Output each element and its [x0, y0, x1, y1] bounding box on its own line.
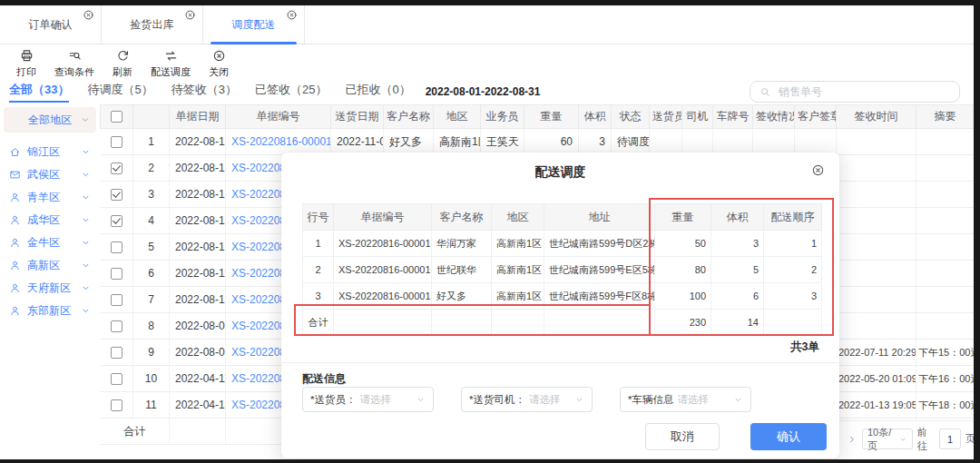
print-button[interactable]: 打印 — [16, 44, 36, 79]
vehicle-select[interactable]: *车辆信息请选择 — [620, 387, 751, 412]
cell: 80 — [655, 257, 711, 283]
filter-tab-rejected[interactable]: 已拒收（0） — [345, 82, 410, 103]
page-number-input[interactable] — [939, 429, 961, 449]
chevron-down-icon[interactable] — [81, 170, 91, 180]
tab-dispatch-delivery[interactable]: 调度配送 — [203, 5, 305, 44]
delivery-info-label: 配送信息 — [302, 371, 346, 387]
cell: 高新南1区 — [492, 283, 544, 310]
close-button[interactable]: 关闭 — [209, 44, 229, 79]
cell-checkbox — [101, 208, 133, 234]
query-conditions-button[interactable]: 查询条件 — [54, 44, 94, 79]
cell-row-number: 5 — [133, 234, 170, 261]
confirm-button[interactable]: 确认 — [750, 423, 827, 450]
chevron-down-icon[interactable] — [81, 238, 91, 248]
sidebar-item-tianfu-new[interactable]: 天府新区 — [0, 277, 100, 300]
column-header: 地区 — [434, 105, 481, 129]
sidebar-header-all-regions[interactable]: 全部地区 — [4, 107, 96, 133]
column-header: 送货员 — [650, 105, 682, 129]
toolbar-item-label: 关闭 — [209, 65, 229, 79]
filter-tab-pending-sign[interactable]: 待签收（3） — [172, 82, 237, 103]
cancel-button[interactable]: 取消 — [645, 423, 720, 450]
cell — [432, 310, 492, 336]
deliverer-select[interactable]: *送货员：请选择 — [302, 387, 434, 412]
dispatch-orders-table: 行号单据编号客户名称地区地址重量体积配送顺序1XS-20220816-00001… — [302, 203, 822, 336]
chevron-down-icon[interactable] — [81, 283, 91, 293]
goto-label: 前往 — [917, 426, 935, 453]
cell: 好又多 — [384, 129, 434, 155]
divider — [281, 362, 839, 363]
tab-order-confirm[interactable]: 订单确认 — [0, 5, 102, 44]
chevron-down-icon[interactable] — [81, 192, 91, 202]
row-checkbox[interactable] — [111, 347, 122, 359]
sidebar-item-label: 天府新区 — [27, 281, 71, 296]
sidebar-item-label: 青羊区 — [27, 190, 60, 205]
chevron-down-icon[interactable] — [81, 215, 91, 225]
cell-checkbox — [101, 155, 133, 182]
cell — [916, 234, 975, 261]
search-box[interactable] — [750, 81, 960, 103]
cell: 2 — [764, 257, 822, 283]
sidebar-item-wuhou[interactable]: 武侯区 — [0, 163, 100, 186]
modal-footer: 取消 确认 — [645, 423, 827, 450]
column-header: 业务员 — [481, 105, 524, 129]
row-checkbox[interactable] — [111, 163, 122, 174]
row-checkbox[interactable] — [111, 268, 122, 280]
filter-tab-pending-dispatch[interactable]: 待调度（5） — [87, 82, 152, 103]
driver-select[interactable]: *送货司机：请选择 — [461, 387, 593, 412]
tab-bar: 订单确认捡货出库调度配送 — [0, 5, 974, 44]
sidebar-item-chenghua[interactable]: 成华区 — [0, 209, 100, 232]
page-size-select[interactable]: 10条/页 — [862, 429, 913, 449]
column-header: 单据日期 — [170, 105, 226, 129]
close-icon[interactable] — [184, 9, 196, 21]
tab-picking-outbound[interactable]: 捡货出库 — [102, 5, 203, 44]
cell: 50 — [655, 231, 711, 257]
dispatch-swap-icon — [164, 49, 178, 63]
filter-tab-signed[interactable]: 已签收（25） — [255, 82, 327, 103]
select-all-checkbox[interactable] — [111, 111, 122, 123]
sidebar-item-eastern-new[interactable]: 东部新区 — [0, 300, 100, 322]
cell-checkbox — [101, 313, 133, 340]
row-checkbox[interactable] — [111, 215, 122, 227]
sidebar-item-jinjiang[interactable]: 锦江区 — [0, 141, 100, 163]
person-icon — [9, 192, 21, 203]
close-icon[interactable] — [83, 9, 94, 21]
select-label: *车辆信息 — [628, 393, 673, 407]
dispatch-schedule-button[interactable]: 配送调度 — [151, 44, 191, 79]
column-header: 行号 — [303, 204, 334, 231]
filter-tab-all[interactable]: 全部（33） — [9, 82, 69, 103]
header-cell-checkbox — [101, 105, 133, 129]
cell: 60 — [524, 129, 579, 155]
cell: 华润万家 — [432, 231, 492, 257]
dispatch-modal: 配送调度 行号单据编号客户名称地区地址重量体积配送顺序1XS-20220816-… — [281, 153, 839, 458]
chevron-down-icon[interactable] — [81, 147, 91, 157]
cell — [837, 313, 916, 340]
cell-row-number: 9 — [133, 340, 170, 366]
refresh-button[interactable]: 刷新 — [113, 44, 132, 79]
next-page-icon[interactable] — [847, 434, 858, 445]
chevron-down-icon[interactable] — [81, 306, 91, 316]
tab-label: 订单确认 — [29, 17, 73, 33]
table-total-row: 合计23014 — [303, 310, 822, 336]
table-row: 1XS-20220816-000017华润万家高新南1区世纪城南路599号D区2… — [303, 231, 822, 257]
cell: 下午18：00送货 — [916, 392, 975, 419]
cell — [916, 182, 975, 208]
doc-number-link[interactable]: XS-20220816-000018 — [231, 135, 331, 148]
row-checkbox[interactable] — [111, 136, 122, 148]
sidebar-item-qingyang[interactable]: 青羊区 — [0, 186, 100, 209]
search-input[interactable] — [777, 84, 950, 99]
sidebar-item-gaoxin[interactable]: 高新区 — [0, 254, 100, 277]
row-checkbox[interactable] — [111, 373, 122, 385]
close-icon[interactable] — [811, 163, 825, 177]
cell — [916, 287, 975, 313]
sidebar-item-jinniu[interactable]: 金牛区 — [0, 232, 100, 254]
column-header: 体积 — [579, 105, 612, 129]
chevron-down-icon[interactable] — [81, 261, 91, 271]
row-checkbox[interactable] — [111, 241, 122, 253]
row-checkbox[interactable] — [111, 399, 122, 411]
row-checkbox[interactable] — [111, 189, 122, 201]
row-checkbox[interactable] — [111, 320, 122, 332]
cell: 世纪城南路599号E区5栋 — [544, 257, 655, 283]
column-header: 地区 — [492, 204, 544, 231]
close-icon[interactable] — [286, 9, 298, 21]
row-checkbox[interactable] — [111, 294, 122, 306]
